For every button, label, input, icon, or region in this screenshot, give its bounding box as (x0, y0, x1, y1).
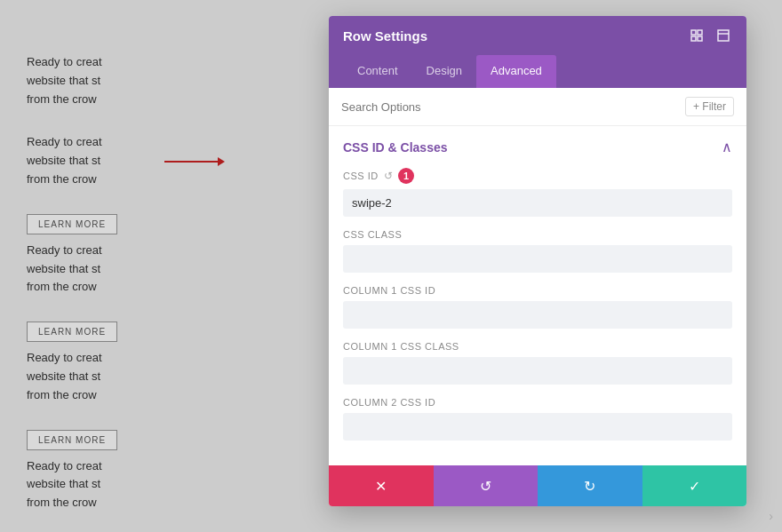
field-col2-css-id: Column 2 CSS ID (343, 397, 732, 441)
panel-tabs: Content Design Advanced (329, 55, 746, 88)
panel-header: Row Settings (329, 16, 746, 55)
panel-title: Row Settings (343, 28, 427, 44)
section-title: CSS ID & Classes (343, 140, 448, 155)
chevron-right-icon: › (769, 509, 773, 523)
action-bar: ✕ ↺ ↻ ✓ (329, 465, 746, 506)
field-css-id: CSS ID ↺ 1 (343, 168, 732, 217)
svg-rect-4 (718, 30, 729, 41)
css-id-classes-section-header: CSS ID & Classes ∧ (343, 139, 732, 155)
collapse-panel-icon[interactable] (714, 27, 732, 44)
svg-rect-1 (698, 30, 702, 35)
field-col1-css-id-label: Column 1 CSS ID (343, 285, 732, 296)
tab-design[interactable]: Design (412, 55, 476, 88)
section-collapse-icon[interactable]: ∧ (722, 139, 732, 155)
save-button[interactable]: ✓ (642, 465, 747, 506)
search-bar: + Filter (329, 88, 746, 126)
row-settings-panel: Row Settings Content De (329, 16, 746, 506)
field-css-id-label: CSS ID ↺ 1 (343, 168, 732, 184)
css-id-input[interactable] (343, 189, 732, 217)
redo-button[interactable]: ↻ (538, 465, 642, 506)
col2-css-id-input[interactable] (343, 413, 732, 441)
svg-rect-2 (691, 36, 696, 41)
col1-css-id-input[interactable] (343, 301, 732, 329)
cancel-icon: ✕ (375, 478, 387, 495)
col1-css-class-input[interactable] (343, 357, 732, 385)
field-col1-css-class-label: Column 1 CSS Class (343, 341, 732, 352)
reset-button[interactable]: ↺ (434, 465, 539, 506)
cancel-button[interactable]: ✕ (329, 465, 434, 506)
tab-content[interactable]: Content (343, 55, 412, 88)
redo-icon: ↻ (584, 478, 595, 495)
panel-header-icons (688, 27, 732, 44)
field-css-class-label: CSS Class (343, 229, 732, 240)
tab-advanced[interactable]: Advanced (476, 55, 556, 88)
reset-icon: ↺ (480, 478, 491, 495)
search-input[interactable] (341, 100, 685, 114)
svg-rect-3 (698, 36, 702, 41)
field-col1-css-class: Column 1 CSS Class (343, 341, 732, 385)
field-css-class: CSS Class (343, 229, 732, 273)
save-icon: ✓ (689, 478, 700, 495)
filter-button[interactable]: + Filter (685, 97, 734, 116)
css-class-input[interactable] (343, 245, 732, 273)
field-col2-css-id-label: Column 2 CSS ID (343, 397, 732, 408)
field-col1-css-id: Column 1 CSS ID (343, 285, 732, 329)
resize-icon[interactable] (688, 27, 706, 44)
css-id-badge: 1 (398, 168, 414, 184)
svg-rect-0 (691, 30, 696, 35)
panel-content: CSS ID & Classes ∧ CSS ID ↺ 1 CSS Class … (329, 126, 746, 465)
css-id-reset-icon[interactable]: ↺ (384, 170, 394, 182)
